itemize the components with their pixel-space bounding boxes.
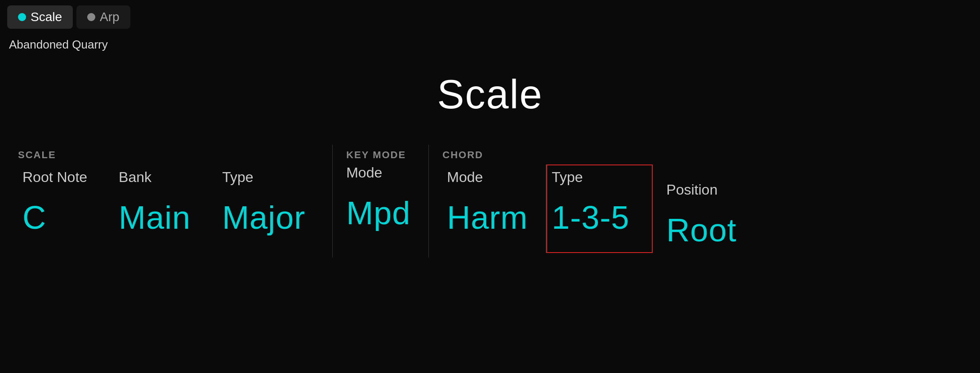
chord-mode-value[interactable]: Harm: [447, 199, 528, 236]
scale-params-row: Root Note C Bank Main Type Major: [18, 164, 314, 240]
chord-type-cell: Type 1-3-5: [546, 164, 653, 253]
chord-mode-label: Mode: [447, 169, 528, 186]
bank-value[interactable]: Main: [119, 199, 191, 236]
scale-type-label: Type: [222, 169, 305, 186]
key-mode-value[interactable]: Mpd: [346, 195, 410, 231]
tab-arp[interactable]: Arp: [76, 5, 130, 29]
tab-scale[interactable]: Scale: [7, 5, 73, 29]
chord-type-label: Type: [552, 169, 629, 186]
scale-group: SCALE Root Note C Bank Main Type Major: [13, 145, 333, 258]
position-label: Position: [666, 182, 736, 198]
chord-section-label: CHORD: [442, 149, 736, 161]
bank-cell: Bank Main: [114, 164, 218, 240]
params-container: SCALE Root Note C Bank Main Type Major: [0, 145, 980, 258]
arp-dot-icon: [87, 13, 95, 21]
scale-section-label: SCALE: [18, 149, 314, 161]
chord-params-row: Mode Harm Type 1-3-5 Position Root: [442, 164, 736, 253]
position-cell: Position Root: [653, 164, 736, 253]
tab-scale-label: Scale: [31, 10, 62, 24]
scale-type-value[interactable]: Major: [222, 199, 305, 236]
root-note-cell: Root Note C: [18, 164, 114, 240]
tab-arp-label: Arp: [100, 10, 120, 24]
root-note-value[interactable]: C: [22, 199, 87, 236]
chord-group: CHORD Mode Harm Type 1-3-5 Position Root: [429, 145, 736, 258]
preset-name: Abandoned Quarry: [0, 34, 980, 53]
root-note-label: Root Note: [22, 169, 87, 186]
key-mode-group: KEY MODE Mode Mpd: [333, 145, 429, 258]
app-container: Scale Arp Abandoned Quarry Scale SCALE R…: [0, 0, 980, 373]
section-title: Scale: [437, 71, 543, 118]
chord-mode-cell: Mode Harm: [442, 164, 546, 253]
scale-dot-icon: [18, 13, 26, 21]
chord-type-value[interactable]: 1-3-5: [552, 199, 629, 236]
type-cell: Type Major: [218, 164, 314, 240]
key-mode-param-label: Mode: [346, 164, 410, 181]
main-content: Scale SCALE Root Note C Bank Main Type: [0, 53, 980, 373]
key-mode-section-label: KEY MODE: [346, 149, 410, 161]
position-value[interactable]: Root: [666, 212, 736, 249]
tab-bar: Scale Arp: [0, 0, 980, 34]
bank-label: Bank: [119, 169, 191, 186]
